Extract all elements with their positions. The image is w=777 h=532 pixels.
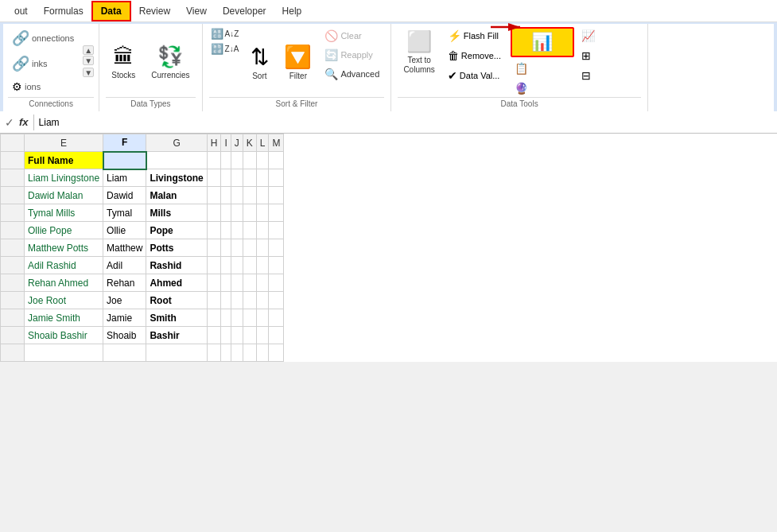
col-header-f[interactable]: F [103, 134, 146, 152]
ungroup-button[interactable]: ⊟ [577, 67, 641, 84]
cell-i[interactable] [221, 222, 231, 239]
cell-m[interactable] [269, 309, 284, 327]
cell-f[interactable] [103, 344, 146, 362]
cell-g[interactable]: Bashir [146, 327, 207, 344]
cell-g[interactable]: Rashid [146, 257, 207, 274]
cell-l[interactable] [256, 344, 269, 362]
cell-k[interactable] [243, 239, 256, 257]
cell-l[interactable] [256, 257, 269, 274]
cell-g[interactable]: Smith [146, 309, 207, 327]
cell-m[interactable] [269, 204, 284, 222]
data-validation-button[interactable]: ✔ Data Val... [444, 67, 507, 84]
cell-f[interactable]: Rehan [103, 274, 146, 292]
cell-l[interactable] [256, 239, 269, 257]
cell-m[interactable] [269, 292, 284, 309]
cell-j[interactable] [231, 169, 243, 187]
cell-f[interactable]: Adil [103, 257, 146, 274]
cell-j[interactable] [231, 222, 243, 239]
col-header-g[interactable]: G [146, 134, 207, 152]
cell-m[interactable] [269, 222, 284, 239]
cell-g[interactable]: Ahmed [146, 274, 207, 292]
cell-l[interactable] [256, 169, 269, 187]
links-button[interactable]: 🔗 inks [8, 52, 78, 75]
menu-item-help[interactable]: Help [274, 2, 310, 20]
cell-e[interactable]: Dawid Malan [25, 187, 103, 204]
cell-m[interactable] [269, 344, 284, 362]
cell-h[interactable] [207, 222, 221, 239]
properties-button[interactable]: ⚙ ions [8, 78, 78, 95]
cell-g[interactable]: Livingstone [146, 169, 207, 187]
clear-button[interactable]: 🚫 Clear [321, 27, 384, 45]
scroll-expand-arrow[interactable]: ▼ [83, 68, 94, 77]
checkmark-icon[interactable]: ✓ [5, 116, 14, 129]
cell-l[interactable] [256, 187, 269, 204]
cell-k[interactable] [243, 257, 256, 274]
cell-j[interactable] [231, 239, 243, 257]
cell-l[interactable] [256, 292, 269, 309]
menu-item-review[interactable]: Review [131, 2, 178, 20]
cell-f[interactable]: Joe [103, 292, 146, 309]
cell-h[interactable] [207, 327, 221, 344]
cell-h[interactable] [207, 169, 221, 187]
cell-e[interactable]: Rehan Ahmed [25, 274, 103, 292]
cell-k[interactable] [243, 204, 256, 222]
cell-g[interactable]: Malan [146, 187, 207, 204]
cell-f[interactable]: Jamie [103, 309, 146, 327]
menu-item-view[interactable]: View [178, 2, 215, 20]
cell-e[interactable]: Ollie Pope [25, 222, 103, 239]
cell-k[interactable] [243, 309, 256, 327]
menu-item-out[interactable]: out [6, 2, 36, 20]
cell-k[interactable] [243, 169, 256, 187]
cell-l1[interactable] [256, 152, 269, 169]
cell-h1[interactable] [207, 152, 221, 169]
cell-l[interactable] [256, 274, 269, 292]
cell-g1[interactable] [146, 152, 207, 169]
cell-e[interactable]: Shoaib Bashir [25, 327, 103, 344]
cell-k[interactable] [243, 344, 256, 362]
cell-j[interactable] [231, 204, 243, 222]
cell-i[interactable] [221, 274, 231, 292]
cell-i[interactable] [221, 327, 231, 344]
cell-j[interactable] [231, 292, 243, 309]
what-if-button[interactable]: 🔮 [511, 80, 574, 97]
col-header-m[interactable]: M [269, 134, 284, 152]
cell-i[interactable] [221, 169, 231, 187]
filter-button[interactable]: 🔽 Filter [278, 27, 317, 97]
cell-j1[interactable] [231, 152, 243, 169]
cell-e[interactable]: Adil Rashid [25, 257, 103, 274]
cell-e[interactable]: Liam Livingstone [25, 169, 103, 187]
cell-h[interactable] [207, 239, 221, 257]
cell-g[interactable]: Mills [146, 204, 207, 222]
scroll-down-arrow[interactable]: ▼ [83, 56, 94, 65]
cell-k[interactable] [243, 274, 256, 292]
cell-m[interactable] [269, 239, 284, 257]
cell-m1[interactable] [269, 152, 284, 169]
advanced-button[interactable]: 🔍 Advanced [321, 65, 384, 83]
cell-k[interactable] [243, 222, 256, 239]
cell-k[interactable] [243, 187, 256, 204]
cell-e[interactable]: Jamie Smith [25, 309, 103, 327]
cell-l[interactable] [256, 309, 269, 327]
forecast-button[interactable]: 📈 [577, 27, 641, 45]
cell-e[interactable]: Joe Root [25, 292, 103, 309]
cell-k[interactable] [243, 292, 256, 309]
cell-m[interactable] [269, 169, 284, 187]
cell-f[interactable]: Dawid [103, 187, 146, 204]
cell-i[interactable] [221, 257, 231, 274]
cell-f[interactable]: Tymal [103, 204, 146, 222]
cell-l[interactable] [256, 222, 269, 239]
cell-f[interactable]: Ollie [103, 222, 146, 239]
sort-za-button[interactable]: 🔡 Z↓A [209, 42, 241, 56]
cell-j[interactable] [231, 327, 243, 344]
col-header-l[interactable]: L [256, 134, 269, 152]
col-header-e[interactable]: E [25, 134, 103, 152]
cell-g[interactable]: Root [146, 292, 207, 309]
cell-f1[interactable] [103, 152, 146, 169]
cell-h[interactable] [207, 274, 221, 292]
cell-m[interactable] [269, 257, 284, 274]
consolidate-button[interactable]: 📋 [511, 60, 574, 77]
cell-e[interactable]: Tymal Mills [25, 204, 103, 222]
cell-i[interactable] [221, 239, 231, 257]
cell-e[interactable]: Matthew Potts [25, 239, 103, 257]
col-header-j[interactable]: J [231, 134, 243, 152]
